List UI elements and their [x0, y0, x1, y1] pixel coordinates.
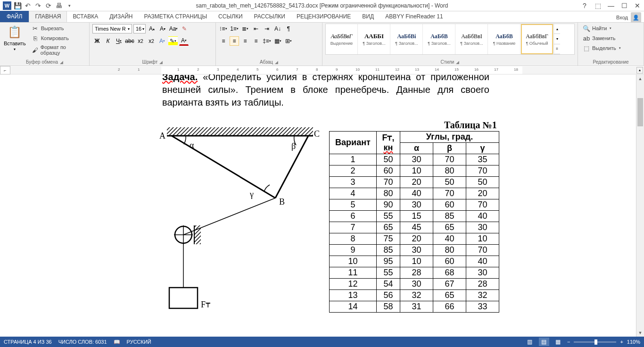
- styles-launcher-icon[interactable]: ◢: [456, 60, 459, 65]
- paste-icon: 📋: [7, 25, 22, 40]
- align-left-button[interactable]: ≡: [219, 36, 228, 46]
- table-title: Таблица №1: [444, 120, 497, 131]
- status-lang[interactable]: РУССКИЙ: [127, 339, 151, 345]
- clipboard-launcher-icon[interactable]: ◢: [60, 60, 63, 65]
- vertical-scrollbar[interactable]: ▲ ▼: [636, 74, 644, 337]
- style-item[interactable]: АаБбВ¶ Название: [488, 24, 520, 54]
- numbering-button[interactable]: 1≡▾: [230, 24, 239, 33]
- view-read-icon[interactable]: ▥: [525, 338, 535, 346]
- clear-formatting-button[interactable]: ✎: [180, 24, 189, 33]
- cut-button[interactable]: ✂Вырезать: [30, 24, 86, 33]
- zoom-level[interactable]: 110%: [627, 339, 640, 345]
- qat-more-icon[interactable]: ▾: [65, 1, 74, 10]
- borders-button[interactable]: ⊞▾: [284, 36, 293, 46]
- scroll-up-icon[interactable]: ▲: [636, 74, 644, 83]
- text-effects-button[interactable]: A▾: [157, 36, 167, 46]
- style-item[interactable]: ААББІ¶ Заголов...: [358, 24, 390, 54]
- view-web-icon[interactable]: ▦: [553, 338, 563, 346]
- shading-button[interactable]: ▦▾: [273, 36, 282, 46]
- font-launcher-icon[interactable]: ◢: [159, 60, 163, 65]
- zoom-in-icon[interactable]: +: [620, 339, 623, 345]
- svg-text:α: α: [190, 140, 194, 150]
- gallery-scroll[interactable]: ▴▾≡: [553, 24, 560, 54]
- page[interactable]: Задача. «Определить усилия в стержнях кр…: [119, 74, 533, 109]
- scroll-down-icon[interactable]: ▼: [636, 329, 644, 337]
- tab-mailings[interactable]: РАССЫЛКИ: [248, 11, 291, 22]
- tab-abbyy[interactable]: ABBYY FineReader 11: [380, 11, 449, 22]
- shrink-font-button[interactable]: A▾: [158, 24, 167, 33]
- ruler-corner[interactable]: ⌐: [0, 66, 10, 74]
- ruler-expand-icon[interactable]: ▴: [636, 67, 643, 74]
- status-page[interactable]: СТРАНИЦА 4 ИЗ 36: [4, 339, 52, 345]
- tab-layout[interactable]: РАЗМЕТКА СТРАНИЦЫ: [139, 11, 213, 22]
- font-name-combo[interactable]: Times New R▾: [92, 24, 132, 33]
- zoom-slider[interactable]: [574, 341, 616, 343]
- signin[interactable]: Вход 👤: [616, 12, 641, 23]
- para-launcher-icon[interactable]: ◢: [275, 60, 278, 65]
- decrease-indent-button[interactable]: ⇤: [251, 24, 261, 33]
- italic-button[interactable]: К: [103, 36, 113, 46]
- table-row: 1254306728: [330, 279, 499, 290]
- tab-file[interactable]: ФАЙЛ: [0, 11, 29, 22]
- group-styles: АаБбВвГВыделениеААББІ¶ Заголов...АаБбВі¶…: [322, 23, 578, 66]
- justify-button[interactable]: ≡: [251, 36, 261, 46]
- change-case-button[interactable]: Aa▾: [169, 24, 178, 33]
- maximize-icon[interactable]: ☐: [618, 0, 631, 11]
- font-size-combo[interactable]: 16▾: [133, 24, 146, 33]
- bullets-button[interactable]: ⁝≡▾: [219, 24, 228, 33]
- tab-insert[interactable]: ВСТАВКА: [67, 11, 104, 22]
- minimize-icon[interactable]: —: [604, 0, 618, 11]
- highlight-button[interactable]: ✎▾: [168, 36, 178, 46]
- superscript-button[interactable]: x2: [147, 36, 156, 46]
- underline-button[interactable]: Ч▾: [114, 36, 124, 46]
- group-clipboard: 📋 Вставить ▾ ✂Вырезать ⎘Копировать 🖌Форм…: [0, 23, 90, 66]
- sort-button[interactable]: A↓: [273, 24, 282, 33]
- replace-button[interactable]: abЗаменить: [581, 33, 641, 43]
- style-item[interactable]: АаБбВ¶ Заголов...: [423, 24, 455, 54]
- refresh-icon[interactable]: ⟳: [44, 1, 53, 10]
- find-button[interactable]: 🔍Найти▾: [581, 24, 641, 33]
- style-item[interactable]: АаБбВвІ¶ Заголов...: [456, 24, 488, 54]
- status-proof-icon[interactable]: 📖: [114, 339, 120, 345]
- help-icon[interactable]: ?: [578, 0, 591, 11]
- styles-gallery[interactable]: АаБбВвГВыделениеААББІ¶ Заголов...АаБбВі¶…: [325, 24, 575, 55]
- table-row: 260108070: [330, 165, 499, 177]
- show-marks-button[interactable]: ¶: [284, 24, 293, 33]
- zoom-out-icon[interactable]: −: [567, 339, 570, 345]
- view-print-icon[interactable]: ▤: [539, 338, 549, 346]
- grow-font-button[interactable]: A▴: [147, 24, 157, 33]
- line-spacing-button[interactable]: ‡≡▾: [262, 36, 272, 46]
- style-item[interactable]: АаБбВі¶ Заголов...: [391, 24, 423, 54]
- subscript-button[interactable]: x2: [136, 36, 145, 46]
- style-item[interactable]: АаБбВвГ¶ Обычный: [521, 24, 553, 54]
- strike-button[interactable]: abc: [125, 36, 134, 46]
- svg-rect-8: [194, 225, 201, 244]
- status-words[interactable]: ЧИСЛО СЛОВ: 6031: [58, 339, 107, 345]
- increase-indent-button[interactable]: ⇥: [262, 24, 272, 33]
- horizontal-ruler[interactable]: 21123456789101112131415161718: [10, 66, 644, 74]
- tab-home[interactable]: ГЛАВНАЯ: [29, 11, 67, 22]
- select-button[interactable]: ⬚Выделить▾: [581, 43, 641, 53]
- font-color-button[interactable]: A▾: [179, 36, 189, 46]
- align-center-button[interactable]: ≡: [230, 36, 239, 46]
- tab-view[interactable]: ВИД: [356, 11, 380, 22]
- undo-icon[interactable]: ↶: [24, 1, 32, 10]
- align-right-button[interactable]: ≡: [240, 36, 250, 46]
- ribbon-options-icon[interactable]: ⬚: [591, 0, 604, 11]
- copy-button[interactable]: ⎘Копировать: [30, 33, 86, 43]
- tab-design[interactable]: ДИЗАЙН: [104, 11, 138, 22]
- format-painter-button[interactable]: 🖌Формат по образцу: [30, 43, 86, 57]
- multilevel-button[interactable]: ≣▾: [240, 24, 250, 33]
- close-icon[interactable]: ✕: [631, 0, 644, 11]
- bold-button[interactable]: Ж: [92, 36, 102, 46]
- scroll-thumb[interactable]: [637, 98, 643, 126]
- redo-icon[interactable]: ↷: [34, 1, 42, 10]
- zoom-thumb[interactable]: [594, 339, 597, 345]
- style-item[interactable]: АаБбВвГВыделение: [326, 24, 358, 54]
- paste-button[interactable]: 📋 Вставить ▾: [3, 24, 27, 57]
- quick-print-icon[interactable]: 🖶: [55, 1, 63, 10]
- save-icon[interactable]: 💾: [13, 1, 22, 10]
- data-table: Вариант Fᴛ, кн Углы, град. α β γ 1503070…: [329, 131, 499, 313]
- tab-references[interactable]: ССЫЛКИ: [213, 11, 248, 22]
- tab-review[interactable]: РЕЦЕНЗИРОВАНИЕ: [291, 11, 356, 22]
